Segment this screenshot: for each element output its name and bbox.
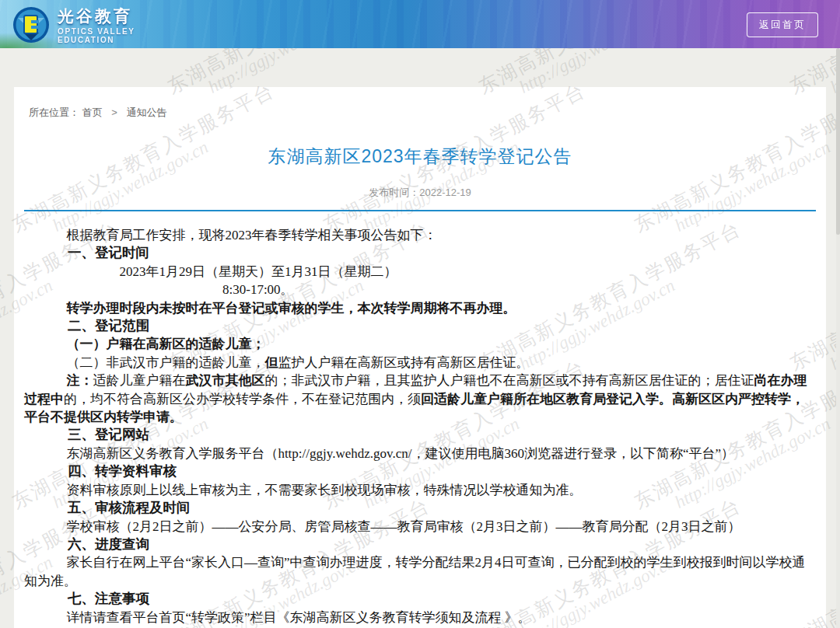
breadcrumb-notice-link[interactable]: 通知公告 <box>126 106 166 118</box>
back-to-home-button[interactable]: 返回首页 <box>747 12 818 37</box>
page-title: 东湖高新区2023年春季转学登记公告 <box>24 145 816 169</box>
paragraph: 家长自行在网上平台“家长入口—查询”中查询办理进度，转学分配结果2月4日可查询，… <box>24 553 816 590</box>
paragraph: （一）户籍在高新区的适龄儿童； <box>24 335 816 353</box>
breadcrumb-home-link[interactable]: 首页 <box>82 106 103 118</box>
paragraph: 详情请查看平台首页“转学政策”栏目《东湖高新区义务教育转学须知及流程 》。 <box>24 609 816 626</box>
logo-icon <box>12 6 50 44</box>
paragraph: （二）非武汉市户籍的适龄儿童，但监护人户籍在高新区或持有高新区居住证。 <box>24 354 816 372</box>
section-heading: 七、注意事项 <box>24 590 816 608</box>
paragraph: 根据教育局工作安排，现将2023年春季转学相关事项公告如下： <box>24 226 816 244</box>
paragraph: 东湖高新区义务教育入学服务平台（http://ggjy.wehdz.gov.cn… <box>24 445 816 462</box>
paragraph: 资料审核原则上以线上审核为主，不需要家长到校现场审核，特殊情况以学校通知为准。 <box>24 481 816 499</box>
paragraph: 2023年1月29日（星期天）至1月31日（星期二） <box>24 263 816 281</box>
section-heading: 三、登记网站 <box>24 426 816 444</box>
publish-time-value: 2022-12-19 <box>419 187 471 198</box>
paragraph: 8:30-17:00。 <box>24 281 816 298</box>
section-heading: 五、审核流程及时间 <box>24 499 816 517</box>
breadcrumb-label: 所在位置： <box>29 106 79 118</box>
breadcrumb: 所在位置： 首页 > 通知公告 <box>29 106 816 120</box>
top-banner: 光谷教育 OPTICS VALLEY EDUCATION 返回首页 <box>0 0 840 48</box>
section-heading: 二、登记范围 <box>24 317 816 335</box>
brand-name-en-line2: EDUCATION <box>58 36 135 44</box>
section-heading: 六、进度查询 <box>24 536 816 553</box>
section-heading: 一、登记时间 <box>24 244 816 262</box>
breadcrumb-separator: > <box>111 106 117 118</box>
paragraph: 注：适龄儿童户籍在武汉市其他区的；非武汉市户籍，且其监护人户籍也不在高新区或不持… <box>24 372 816 426</box>
site-logo: 光谷教育 OPTICS VALLEY EDUCATION <box>12 5 135 44</box>
scrollbar-thumb[interactable] <box>836 48 840 235</box>
brand-name-cn: 光谷教育 <box>58 5 135 27</box>
scrollbar[interactable] <box>836 48 840 628</box>
publish-time-label: 发布时间： <box>369 187 419 198</box>
title-divider <box>24 210 816 211</box>
brand-name-en-line1: OPTICS VALLEY <box>58 27 135 36</box>
paragraph: 转学办理时段内未按时在平台登记或审核的学生，本次转学周期将不再办理。 <box>24 299 816 317</box>
section-heading: 四、转学资料审核 <box>24 462 816 480</box>
paragraph: 学校审核（2月2日之前）——公安分局、房管局核查——教育局审核（2月3日之前）—… <box>24 518 816 536</box>
content-card: 所在位置： 首页 > 通知公告 东湖高新区2023年春季转学登记公告 发布时间：… <box>14 87 826 628</box>
article-body: 根据教育局工作安排，现将2023年春季转学相关事项公告如下：一、登记时间2023… <box>24 226 816 626</box>
publish-time: 发布时间：2022-12-19 <box>24 186 816 200</box>
